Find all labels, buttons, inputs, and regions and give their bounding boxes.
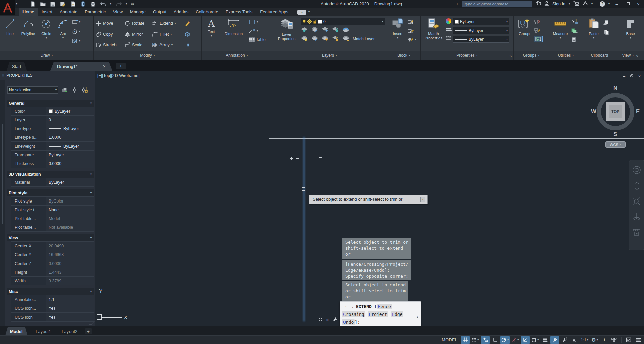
layer-properties-button[interactable]: Layer Properties: [274, 17, 299, 51]
dimension-button[interactable]: Dimension: [220, 17, 247, 51]
point-marker[interactable]: [290, 157, 293, 160]
property-value-annotation-scale[interactable]: 1:1: [46, 295, 94, 304]
command-input-box[interactable]: -·- ▾ EXTEND [Fence Crossing Project Edg…: [340, 301, 421, 326]
palette-grip[interactable]: ⣿: [2, 74, 4, 77]
doc-tab-drawing1[interactable]: Drawing1* ×: [50, 62, 112, 71]
lineweight-icon[interactable]: [446, 26, 452, 33]
arc-dropdown-caret[interactable]: ▾: [62, 37, 64, 39]
close-button[interactable]: ×: [635, 1, 642, 7]
erase-button[interactable]: [184, 21, 193, 26]
lineweight-display-toggle[interactable]: [541, 336, 549, 344]
viewcube-top-face[interactable]: TOP: [606, 102, 625, 121]
create-block-button[interactable]: [407, 19, 416, 25]
annotation-scale-value[interactable]: 1:1▾: [580, 336, 589, 344]
insert-dropdown-caret[interactable]: ▾: [397, 37, 398, 39]
viewcube-west[interactable]: W: [591, 108, 596, 115]
annotation-monitor-toggle[interactable]: +: [600, 336, 609, 344]
search-input[interactable]: [462, 1, 532, 7]
copy-clip-button[interactable]: [603, 29, 609, 36]
panel-label-modify[interactable]: Modify▾: [94, 51, 201, 60]
sign-in-label[interactable]: Sign In: [552, 2, 565, 6]
property-value-transparency[interactable]: ByLayer: [46, 151, 94, 159]
fillet-dropdown-caret[interactable]: ▾: [170, 33, 172, 36]
color-wheel-icon[interactable]: [446, 18, 451, 24]
group-selection-toggle[interactable]: [534, 36, 543, 42]
palette-resize-grip[interactable]: [89, 321, 95, 325]
point-marker[interactable]: [296, 157, 299, 160]
match-layer-label[interactable]: Match Layer: [353, 37, 375, 41]
property-value-layer[interactable]: 0: [46, 116, 94, 124]
tooltip-options-icon[interactable]: ▾: [420, 197, 425, 202]
section-view[interactable]: View▾: [7, 234, 94, 241]
open-web-mobile-icon[interactable]: [80, 1, 86, 7]
redo-dropdown-caret[interactable]: ▾: [126, 3, 127, 5]
extend-dropdown-caret[interactable]: ▾: [175, 22, 176, 25]
panel-label-view[interactable]: View▾↘: [616, 51, 644, 60]
annotation-visibility-toggle[interactable]: [550, 336, 559, 344]
layer-thaw-icon[interactable]: [311, 35, 318, 43]
ellipse-dropdown-caret[interactable]: ▾: [79, 30, 80, 33]
viewcube-east[interactable]: E: [636, 108, 640, 115]
property-value-linetype-scale[interactable]: 1.0000: [46, 133, 94, 141]
group-button[interactable]: Group: [516, 17, 533, 51]
autocad-logo[interactable]: [0, 0, 15, 15]
viewport-minimize-icon[interactable]: –: [623, 74, 625, 79]
doc-tab-close-icon[interactable]: ×: [103, 64, 106, 69]
undo-button[interactable]: [100, 1, 106, 7]
workspace-switching[interactable]: ⚙▾: [590, 336, 599, 344]
command-option-undo[interactable]: Undo: [342, 319, 355, 325]
viewcube-north[interactable]: N: [613, 85, 617, 92]
id-point-button[interactable]: [571, 27, 578, 34]
ribbon-tab-insert[interactable]: Insert: [38, 8, 56, 16]
property-value-thickness[interactable]: 0.0000: [46, 159, 94, 168]
logo-dropdown-caret[interactable]: ▾: [16, 3, 17, 5]
dynamic-input-toggle[interactable]: [481, 336, 490, 344]
new-file-icon[interactable]: [30, 1, 36, 7]
text-button[interactable]: A Text ▾: [204, 17, 219, 51]
viewport-controls[interactable]: [−][Top][2D Wireframe]: [97, 73, 139, 78]
orbit-icon[interactable]: [632, 213, 641, 223]
ortho-toggle[interactable]: [491, 336, 499, 344]
cut-button[interactable]: [603, 19, 609, 26]
fillet-button[interactable]: Fillet▾: [152, 32, 184, 37]
doc-tab-start[interactable]: Start: [7, 62, 27, 71]
layer-on-icon[interactable]: [301, 35, 308, 43]
panel-label-layers[interactable]: Layers▾: [272, 51, 387, 60]
clean-screen-button[interactable]: [624, 336, 633, 344]
extend-button[interactable]: Extend▾: [152, 21, 184, 26]
section-misc[interactable]: Misc▾: [7, 288, 94, 295]
rectangle-dropdown-caret[interactable]: ▾: [79, 21, 80, 23]
scale-button[interactable]: Scale: [125, 42, 152, 48]
copy-button[interactable]: Copy: [96, 32, 125, 37]
sign-in-avatar-icon[interactable]: [544, 1, 549, 7]
save-as-icon[interactable]: [60, 1, 66, 7]
save-web-mobile-icon[interactable]: [70, 1, 76, 7]
wcs-menu-button[interactable]: WCS▾: [605, 141, 626, 148]
layer-select-combo[interactable]: 0 ▾: [301, 18, 385, 25]
app-dropdown-caret[interactable]: ▾: [591, 3, 593, 5]
paste-dropdown-caret[interactable]: ▾: [593, 37, 594, 39]
section-plot-style[interactable]: Plot style▾: [7, 189, 94, 196]
arc-button[interactable]: Arc ▾: [56, 17, 71, 51]
ribbon-tab-manage[interactable]: Manage: [126, 8, 149, 16]
ribbon-tab-parametric[interactable]: Parametric: [81, 8, 109, 16]
paste-button[interactable]: Paste ▾: [585, 17, 602, 51]
viewport-restore-icon[interactable]: [630, 74, 634, 79]
isodraft-caret[interactable]: ▾: [517, 339, 519, 341]
drawing-canvas[interactable]: [−][Top][2D Wireframe] – × Y X N W E S T…: [95, 71, 644, 326]
store-cart-icon[interactable]: [573, 1, 579, 7]
move-button[interactable]: Move: [96, 21, 125, 26]
ungroup-button[interactable]: [534, 19, 543, 25]
new-layout-button[interactable]: +: [85, 328, 92, 334]
quick-select-button[interactable]: [571, 19, 578, 25]
property-value-ucs-icon-on[interactable]: Yes: [46, 304, 94, 312]
ribbon-minimize-caret[interactable]: ▾: [308, 11, 310, 13]
annotation-autoscale-toggle[interactable]: [560, 336, 569, 344]
layer-freeze-icon[interactable]: [321, 26, 329, 34]
show-motion-icon[interactable]: [632, 228, 641, 238]
linetype-combo-caret[interactable]: ▾: [506, 38, 508, 41]
recent-commands-caret[interactable]: ▾: [352, 306, 353, 309]
line-button[interactable]: Line: [2, 17, 18, 51]
command-option-crossing[interactable]: Crossing: [342, 311, 365, 317]
ribbon-tab-home[interactable]: Home: [19, 8, 38, 16]
